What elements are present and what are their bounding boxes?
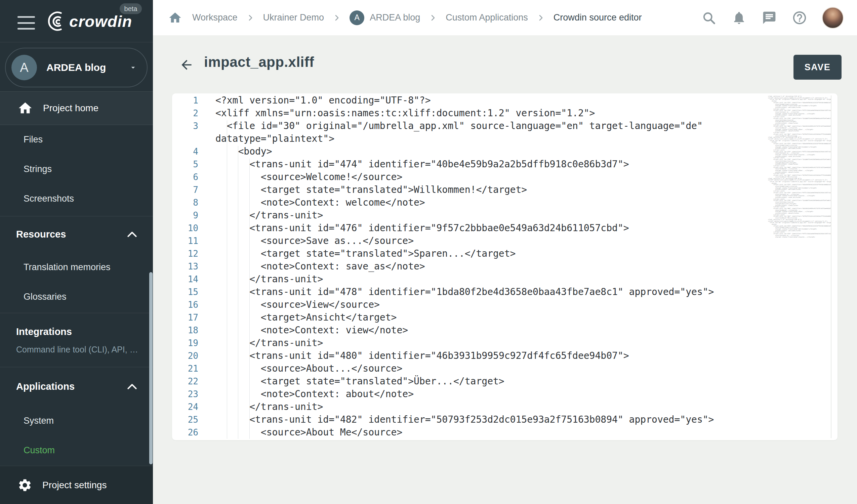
code-text: </trans-unit> (215, 337, 323, 350)
line-number: 23 (172, 388, 204, 401)
minimap[interactable]: <?xml version="1.0" encoding="UTF-8"?> <… (768, 96, 831, 238)
code-line[interactable]: 13 <note>Context: save_as</note> (172, 260, 838, 273)
sidebar-section-applications[interactable]: Applications (0, 367, 153, 406)
save-button[interactable]: SAVE (793, 55, 842, 80)
code-text: </trans-unit> (215, 209, 323, 222)
code-line[interactable]: 23 <note>Context: about</note> (172, 388, 838, 401)
breadcrumb-workspace[interactable]: Workspace (192, 13, 238, 23)
sidebar: crowdin beta A ARDEA blog Project home F… (0, 0, 153, 504)
code-text: <note>Context: about</note> (215, 388, 414, 401)
sidebar-item-files[interactable]: Files (0, 125, 153, 154)
code-line[interactable]: 9 </trans-unit> (172, 209, 838, 222)
sidebar-item-label: Project settings (43, 480, 106, 490)
chevron-right-icon (333, 14, 341, 22)
code-line[interactable]: 12 <target state="translated">Sparen...<… (172, 247, 838, 260)
crowdin-wordmark: crowdin (69, 12, 132, 31)
minimap-divider (831, 96, 831, 438)
back-arrow-icon[interactable] (179, 57, 194, 72)
code-line[interactable]: 25 <trans-unit id="482" identifier="5079… (172, 413, 838, 426)
line-number: 25 (172, 413, 204, 426)
code-line[interactable]: 6 <source>Welcome!</source> (172, 171, 838, 183)
code-text: <body> (215, 145, 272, 158)
code-line[interactable]: 3 <file id="30" original="/umbrella_app.… (172, 120, 838, 145)
line-number: 21 (172, 362, 204, 375)
breadcrumb-org[interactable]: Ukrainer Demo (263, 13, 324, 23)
sidebar-item-project-settings[interactable]: Project settings (0, 466, 153, 504)
code-line[interactable]: 18 <note>Context: view</note> (172, 324, 838, 337)
code-line[interactable]: 26 <source>About Me</source> (172, 426, 838, 439)
code-line[interactable]: 5 <trans-unit id="474" identifier="40be4… (172, 158, 838, 171)
code-line[interactable]: 20 <trans-unit id="480" identifier="46b3… (172, 350, 838, 362)
code-text: <source>Welcome!</source> (215, 171, 402, 183)
code-line[interactable]: 11 <source>Save as...</source> (172, 235, 838, 247)
top-header: Workspace Ukrainer Demo A ARDEA blog Cus… (153, 0, 857, 35)
breadcrumb-project[interactable]: A ARDEA blog (350, 11, 420, 25)
breadcrumb-home-icon[interactable] (168, 11, 182, 25)
breadcrumb-section[interactable]: Custom Applications (446, 13, 528, 23)
crowdin-logo[interactable]: crowdin (43, 10, 132, 32)
sidebar-item-system[interactable]: System (0, 406, 153, 435)
project-selector[interactable]: A ARDEA blog (5, 48, 148, 87)
help-icon[interactable] (792, 10, 807, 26)
menu-hamburger-icon[interactable] (17, 16, 35, 30)
breadcrumb-current: Crowdin source editor (554, 13, 642, 23)
code-line[interactable]: 19 </trans-unit> (172, 337, 838, 350)
file-title: impact_app.xliff (204, 54, 314, 70)
user-avatar[interactable] (822, 7, 843, 29)
messages-icon[interactable] (761, 10, 777, 26)
code-text: <target state="translated">Über...</targ… (215, 375, 504, 388)
code-line[interactable]: 1 <?xml version="1.0" encoding="UTF-8"?> (172, 94, 838, 107)
sidebar-item-label: Translation memories (23, 262, 111, 272)
line-number: 11 (172, 235, 204, 247)
sidebar-item-screenshots[interactable]: Screenshots (0, 184, 153, 213)
code-line[interactable]: 2 <xliff xmlns="urn:oasis:names:tc:xliff… (172, 107, 838, 120)
sidebar-scrollbar[interactable] (149, 272, 153, 464)
line-number: 12 (172, 247, 204, 260)
sidebar-section-resources[interactable]: Resources (0, 216, 153, 252)
line-number: 22 (172, 375, 204, 388)
line-number: 26 (172, 426, 204, 439)
caret-down-icon (129, 63, 137, 72)
chevron-up-icon (128, 231, 137, 237)
sidebar-item-strings[interactable]: Strings (0, 154, 153, 184)
code-text: <source>Save as...</source> (215, 235, 414, 247)
chevron-right-icon (429, 14, 437, 22)
code-text: <?xml version="1.0" encoding="UTF-8"?> (215, 94, 431, 107)
code-line[interactable]: 7 <target state="translated">Willkommen!… (172, 183, 838, 196)
sidebar-item-translation-memories[interactable]: Translation memories (0, 252, 153, 282)
breadcrumb-project-label: ARDEA blog (370, 13, 420, 23)
code-text: </trans-unit> (215, 273, 323, 286)
sidebar-item-label: Project home (43, 103, 99, 114)
code-text: <source>About Me</source> (215, 426, 402, 439)
code-line[interactable]: 22 <target state="translated">Über...</t… (172, 375, 838, 388)
line-number: 16 (172, 298, 204, 311)
code-line[interactable]: 15 <trans-unit id="478" identifier="1bda… (172, 286, 838, 298)
line-number: 13 (172, 260, 204, 273)
sidebar-item-project-home[interactable]: Project home (0, 91, 153, 125)
sidebar-item-glossaries[interactable]: Glossaries (0, 282, 153, 312)
code-line[interactable]: 4 <body> (172, 145, 838, 158)
code-line[interactable]: 14 </trans-unit> (172, 273, 838, 286)
notifications-icon[interactable] (731, 10, 747, 26)
code-line[interactable]: 21 <source>About...</source> (172, 362, 838, 375)
line-number: 20 (172, 350, 204, 362)
sidebar-item-custom[interactable]: Custom (0, 435, 153, 465)
search-icon[interactable] (701, 10, 717, 26)
line-number: 1 (172, 94, 204, 107)
sidebar-section-integrations[interactable]: Integrations Command line tool (CLI), AP… (0, 313, 153, 367)
file-toolbar: impact_app.xliff SAVE (153, 35, 857, 94)
code-text: <target state="translated">Willkommen!</… (215, 183, 527, 196)
code-line[interactable]: 8 <note>Context: welcome</note> (172, 196, 838, 209)
code-line[interactable]: 24 </trans-unit> (172, 401, 838, 413)
code-text: <note>Context: view</note> (215, 324, 408, 337)
chevron-right-icon (246, 14, 254, 22)
code-line[interactable]: 16 <source>View</source> (172, 298, 838, 311)
code-text: <note>Context: save_as</note> (215, 260, 425, 273)
header-actions (701, 7, 843, 29)
line-number: 14 (172, 273, 204, 286)
code-text: <source>View</source> (215, 298, 380, 311)
sidebar-item-label: Glossaries (23, 292, 67, 302)
code-line[interactable]: 17 <target>Ansicht</target> (172, 311, 838, 324)
line-number: 18 (172, 324, 204, 337)
code-line[interactable]: 10 <trans-unit id="476" identifier="9f57… (172, 222, 838, 235)
